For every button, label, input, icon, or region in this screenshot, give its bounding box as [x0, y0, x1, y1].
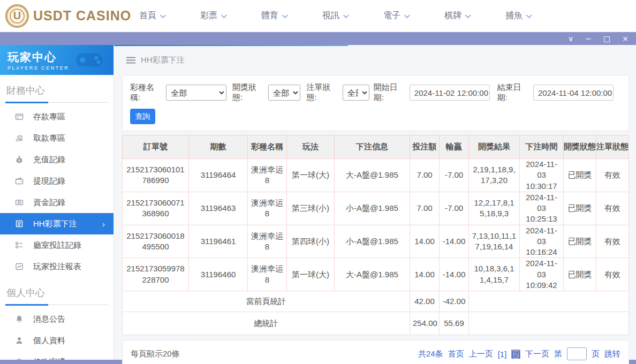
- total-count: 共24条: [418, 349, 443, 359]
- table-cell: 31196460: [189, 258, 248, 291]
- sidebar-item-room-bet-record[interactable]: 廳室投註記錄: [0, 234, 113, 256]
- nav-item-label: 首頁: [139, 10, 156, 21]
- nav-item-video[interactable]: 視訊: [322, 10, 347, 21]
- table-cell: 第三球(小): [287, 192, 335, 225]
- chevron-right-icon: ›: [102, 219, 105, 229]
- chevron-down-icon: [343, 12, 349, 18]
- sidebar-item-withdrawal-record[interactable]: 提現記錄: [0, 170, 113, 192]
- start-date-input[interactable]: [410, 85, 490, 101]
- chevron-down-icon: [526, 12, 532, 18]
- page-header: HH彩票下注: [122, 45, 629, 75]
- table-cell: 12,2,17,8,15,18,9,3: [469, 192, 520, 225]
- gear-icon: [15, 358, 24, 360]
- bets-table: 訂單號 期數 彩種名稱 玩法 下注信息 投注額 輸贏 開獎結果 下注時間 開獎狀…: [122, 135, 629, 335]
- page-summary-label: 當前頁統計: [123, 291, 410, 312]
- logo[interactable]: U USDT CASINO: [5, 4, 139, 28]
- section-divider: [5, 305, 108, 305]
- chevron-down-icon: [160, 12, 166, 18]
- table-cell: 2152173060101786990: [123, 159, 189, 192]
- user-icon: [15, 336, 24, 345]
- total-summary-winloss: 55.69: [440, 312, 469, 335]
- table-cell: 2,19,1,18,9,17,3,20: [469, 159, 520, 192]
- sidebar-item-player-bet-report[interactable]: 玩家投注報表: [0, 256, 113, 277]
- nav-item-home[interactable]: 首頁: [139, 10, 164, 21]
- jump-suffix: 页: [592, 349, 600, 359]
- lottery-name-select[interactable]: 全部: [166, 85, 226, 101]
- funds-icon: [15, 198, 24, 207]
- chevron-down-icon: [404, 12, 410, 18]
- sidebar-item-label: 玩家投注報表: [33, 262, 81, 272]
- table-cell: 31196464: [189, 159, 248, 192]
- bell-icon: [15, 315, 24, 323]
- end-date-input[interactable]: [533, 85, 614, 101]
- column-header: 注單狀態: [596, 135, 629, 159]
- sidebar-item-profile[interactable]: 個人資料: [0, 330, 113, 351]
- nav-item-sports[interactable]: 體育: [261, 10, 286, 21]
- chevron-down-icon: [221, 12, 227, 18]
- total-summary-bet: 254.00: [410, 312, 440, 335]
- minimize-icon[interactable]: −: [585, 32, 592, 45]
- chevron-down-icon: [282, 12, 288, 18]
- sidebar-item-announcements[interactable]: 消息公告: [0, 308, 113, 330]
- lottery-name-label: 彩種名稱:: [130, 82, 163, 103]
- table-cell: 14.00: [410, 225, 440, 258]
- end-date-label: 結束日期:: [497, 82, 531, 103]
- first-page-link[interactable]: 首页: [448, 349, 464, 359]
- draw-status-label: 開獎狀態:: [232, 82, 266, 103]
- nav-item-fishing[interactable]: 捕魚: [505, 10, 531, 21]
- page-2-link[interactable]: [2]: [511, 350, 520, 359]
- table-cell: 小-A盤@1.985: [335, 225, 410, 258]
- table-cell: 2152173060071368960: [123, 192, 189, 225]
- nav-item-label: 體育: [261, 10, 278, 21]
- sidebar-item-deposit[interactable]: 存款專區: [0, 106, 113, 127]
- jump-prefix: 第: [554, 349, 562, 359]
- sidebar-item-withdraw[interactable]: 取款專區: [0, 127, 113, 149]
- search-button[interactable]: 查詢: [130, 109, 155, 124]
- sidebar-item-label: 修改密碼: [33, 357, 65, 360]
- table-cell: 7,13,10,11,17,19,16,14: [469, 225, 520, 258]
- prev-page-link[interactable]: 上一页: [469, 349, 493, 359]
- jump-button[interactable]: 跳转: [604, 349, 620, 359]
- jump-page-input[interactable]: [567, 347, 587, 360]
- report-chart-icon: [15, 262, 24, 271]
- close-icon[interactable]: ×: [622, 32, 629, 45]
- sidebar-item-change-password[interactable]: 修改密碼: [0, 351, 113, 360]
- column-header: 期數: [189, 135, 248, 159]
- sidebar-item-label: 存款專區: [33, 112, 65, 122]
- table-cell: 已開獎: [564, 225, 596, 258]
- sidebar-item-label: 消息公告: [33, 314, 65, 324]
- gamepad-icon: [75, 50, 104, 69]
- page-1-link[interactable]: [1]: [498, 350, 507, 359]
- nav-menu: 首頁 彩票 體育 視訊 電子 棋牌 捕魚: [139, 10, 636, 21]
- sidebar-item-hh-lottery-bets[interactable]: HH彩票下注 ›: [0, 213, 113, 234]
- section-finance-center: 財務中心: [0, 84, 113, 97]
- table-cell: 有效: [596, 192, 629, 225]
- wallet-icon: [15, 177, 24, 185]
- table-cell: 已開獎: [564, 192, 596, 225]
- table-row: 2152173060101786990 31196464 澳洲幸运8 第一球(大…: [123, 159, 629, 192]
- nav-item-lottery[interactable]: 彩票: [200, 10, 225, 21]
- sidebar-item-recharge-record[interactable]: ¥ 充值記錄: [0, 149, 113, 170]
- loading-progress-bar: [114, 45, 348, 46]
- hamburger-icon[interactable]: [126, 57, 135, 64]
- main-content: HH彩票下注 彩種名稱: 全部 開獎狀態: 全部 注單狀態: 全部 開始日期: …: [114, 45, 636, 360]
- start-date-label: 開始日期:: [374, 82, 407, 103]
- nav-item-electronic[interactable]: 電子: [383, 10, 408, 21]
- table-cell: 10,18,3,6,11,4,15,7: [469, 258, 520, 291]
- page-summary-row: 當前頁統計 42.00 -42.00: [123, 291, 629, 312]
- table-row: 2152173060071368960 31196463 澳洲幸运8 第三球(小…: [123, 192, 629, 225]
- table-cell: -7.00: [440, 159, 469, 192]
- next-page-link[interactable]: 下一页: [525, 349, 549, 359]
- table-cell: 2152173059978228700: [123, 258, 189, 291]
- column-header: 投注額: [410, 135, 440, 159]
- total-summary-label: 總統計: [123, 312, 410, 335]
- nav-item-chess[interactable]: 棋牌: [444, 10, 470, 21]
- maximize-icon[interactable]: □: [603, 32, 610, 45]
- draw-status-select[interactable]: 全部: [268, 85, 300, 101]
- table-cell: -14.00: [440, 225, 469, 258]
- sidebar-item-funds-record[interactable]: 資金記錄: [0, 192, 113, 213]
- table-row: 2152173060018495500 31196461 澳洲幸运8 第四球(小…: [123, 225, 629, 258]
- order-status-select[interactable]: 全部: [343, 85, 369, 101]
- table-cell: 第四球(小): [287, 225, 335, 258]
- titlebar-dropdown-icon[interactable]: ∨: [568, 32, 573, 45]
